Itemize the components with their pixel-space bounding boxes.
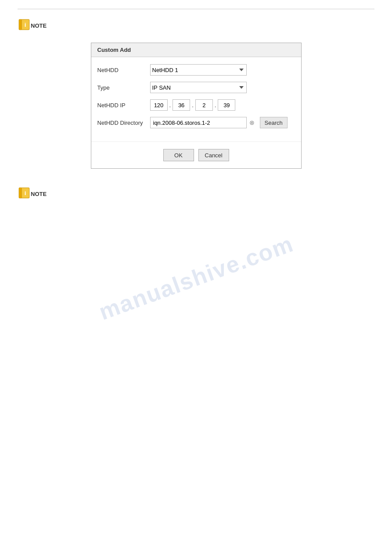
type-control-wrapper: IP SAN NAS xyxy=(150,82,295,93)
nethdd-directory-label: NetHDD Directory xyxy=(97,120,150,126)
ip-octet-2[interactable] xyxy=(173,99,190,111)
ip-dot-3: . xyxy=(215,102,216,109)
ok-button[interactable]: OK xyxy=(163,149,194,161)
nethdd-select[interactable]: NetHDD 1 NetHDD 2 NetHDD 3 xyxy=(150,64,247,76)
page-container: i NOTE Custom Add NetHDD NetHDD 1 NetHDD… xyxy=(0,0,392,555)
nethdd-row: NetHDD NetHDD 1 NetHDD 2 NetHDD 3 xyxy=(97,64,295,76)
dialog-wrapper: Custom Add NetHDD NetHDD 1 NetHDD 2 NetH… xyxy=(18,43,374,169)
nethdd-directory-row: NetHDD Directory ⊗ Search xyxy=(97,117,295,128)
dialog-title: Custom Add xyxy=(91,43,301,57)
type-row: Type IP SAN NAS xyxy=(97,82,295,93)
cancel-button[interactable]: Cancel xyxy=(198,149,229,161)
note-icon-2: i xyxy=(18,186,31,200)
top-rule xyxy=(18,9,374,9)
search-button[interactable]: Search xyxy=(260,117,288,128)
svg-rect-1 xyxy=(19,19,22,29)
watermark: manualshive.com xyxy=(95,230,297,325)
note-label-1: NOTE xyxy=(31,18,47,34)
ip-input-group: . . . xyxy=(150,99,236,111)
directory-input[interactable] xyxy=(150,117,247,128)
nethdd-control-wrapper: NetHDD 1 NetHDD 2 NetHDD 3 xyxy=(150,64,295,76)
svg-rect-5 xyxy=(19,188,22,198)
directory-control-wrapper: ⊗ Search xyxy=(150,117,295,128)
nethdd-ip-label: NetHDD IP xyxy=(97,102,150,109)
type-select[interactable]: IP SAN NAS xyxy=(150,82,247,93)
svg-text:i: i xyxy=(25,22,26,28)
note-section-2: i NOTE xyxy=(18,186,374,202)
ip-dot-2: . xyxy=(192,102,194,109)
ip-control-wrapper: . . . xyxy=(150,99,295,111)
svg-text:i: i xyxy=(25,190,26,196)
dialog-footer: OK Cancel xyxy=(91,141,301,168)
note-label-2: NOTE xyxy=(31,186,47,202)
note-section-1: i NOTE xyxy=(18,18,374,34)
ip-octet-1[interactable] xyxy=(150,99,168,111)
ip-octet-4[interactable] xyxy=(218,99,235,111)
ip-dot-1: . xyxy=(169,102,171,109)
type-label: Type xyxy=(97,84,150,91)
dialog-body: NetHDD NetHDD 1 NetHDD 2 NetHDD 3 Type xyxy=(91,57,301,141)
nethdd-ip-row: NetHDD IP . . . xyxy=(97,99,295,111)
note-icon-1: i xyxy=(18,18,31,31)
nethdd-label: NetHDD xyxy=(97,67,150,73)
custom-add-dialog: Custom Add NetHDD NetHDD 1 NetHDD 2 NetH… xyxy=(91,43,302,169)
ip-octet-3[interactable] xyxy=(195,99,213,111)
directory-clear-button[interactable]: ⊗ xyxy=(248,117,256,128)
